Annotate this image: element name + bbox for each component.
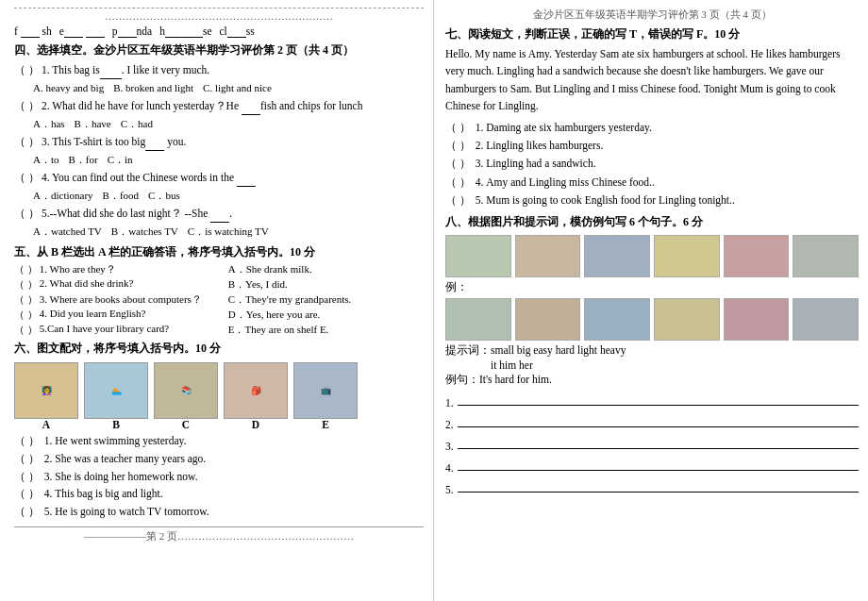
s5-q1: （ ） 1. Who are they？ A．She drank milk. (14, 262, 424, 276)
write-img-3 (584, 298, 650, 341)
blank-h: h se (159, 25, 211, 38)
write-line-5: 5. (445, 476, 859, 495)
img-label-b: B (112, 419, 120, 430)
s7-q1: （ ） 1. Daming ate six hamburgers yesterd… (445, 119, 859, 136)
write-lines: 1. 2. 3. 4. 5. (445, 389, 859, 495)
choice-b2: B．have (75, 116, 111, 133)
choice-a4: A．dictionary (33, 188, 93, 205)
page: ………………………………………………………… f sh e p nda h se… (0, 0, 868, 601)
section8-example-images (445, 235, 859, 277)
img-a: 👩‍🏫 (14, 362, 78, 419)
ex-img-2 (515, 235, 581, 277)
hint-line2: it him her (491, 359, 859, 371)
q4-3-choices: A．to B．for C．in (33, 152, 424, 169)
q4-2: （ ） 2. What did he have for lunch yester… (14, 97, 424, 115)
q4-1-choices: A. heavy and big B. broken and light C. … (33, 80, 424, 97)
right-column: 金沙片区五年级英语半期学习评价第 3 页（共 4 页） 七、阅读短文，判断正误，… (434, 0, 868, 601)
img-label-c: C (182, 419, 190, 430)
choice-b5: B．watches TV (111, 224, 178, 241)
answer-line-2[interactable] (458, 410, 859, 427)
answer-line-5[interactable] (458, 476, 859, 492)
top-dotted-line: ………………………………………………………… (14, 8, 424, 22)
img-e: 📺 (293, 362, 358, 419)
choice-b3: B．for (69, 152, 98, 169)
section5-questions: （ ） 1. Who are they？ A．She drank milk. （… (14, 262, 424, 337)
s7-q3: （ ） 3. Lingling had a sandwich. (445, 155, 859, 172)
img-col-c: 📚 C (154, 362, 218, 430)
hint-line1: 提示词：small big easy hard light heavy (445, 343, 859, 358)
img-col-e: 📺 E (293, 362, 358, 430)
img-d: 🎒 (224, 362, 288, 419)
q4-4-choices: A．dictionary B．food C．bus (33, 188, 424, 205)
img-col-a: 👩‍🏫 A (14, 362, 78, 430)
s5-q4: （ ） 4. Did you learn English? D．Yes, her… (14, 308, 424, 322)
choice-a: A. heavy and big (33, 80, 104, 97)
s7-q2: （ ） 2. Lingling likes hamburgers. (445, 137, 859, 154)
img-b: 🏊 (84, 362, 148, 419)
q4-5-choices: A．watched TV B．watches TV C．is watching … (33, 224, 424, 241)
ex-img-3 (584, 235, 650, 277)
write-img-4 (654, 298, 720, 341)
s6-q1: （ ） 1. He went swimming yesterday. (14, 433, 424, 450)
bottom-dotted-line: ——————第 2 页…………………………………………… (14, 526, 424, 543)
blank-f: f sh (14, 25, 52, 38)
s7-q5: （ ） 5. Mum is going to cook English food… (445, 192, 859, 209)
img-label-d: D (252, 419, 259, 430)
section4-questions: （ ） 1. This bag is . I like it very much… (14, 61, 424, 241)
q4-1: （ ） 1. This bag is . I like it very much… (14, 61, 424, 79)
img-col-d: 🎒 D (224, 362, 288, 430)
reading-passage: Hello. My name is Amy. Yesterday Sam ate… (445, 45, 859, 115)
img-label-a: A (42, 419, 50, 430)
q4-3: （ ） 3. This T-shirt is too big you. (14, 133, 424, 151)
s5-q5: （ ） 5.Can I have your library card? E．Th… (14, 323, 424, 337)
choice-c4: C．bus (148, 188, 180, 205)
q4-4: （ ） 4. You can find out the Chinese word… (14, 169, 424, 187)
choice-c3: C．in (108, 152, 133, 169)
ex-img-1 (445, 235, 511, 277)
choice-c2: C．had (121, 116, 153, 133)
write-img-1 (445, 298, 511, 341)
blank-p: p nda (112, 25, 152, 38)
choice-a5: A．watched TV (33, 224, 102, 241)
choice-a2: A．has (33, 116, 65, 133)
q4-5: （ ） 5.--What did she do last night？ --Sh… (14, 205, 424, 223)
fill-blank-top: f sh e p nda h se cl ss (14, 25, 424, 38)
s5-q2: （ ） 2. What did she drink? B．Yes, I did. (14, 277, 424, 292)
write-line-2: 2. (445, 410, 859, 430)
blank-cl: cl ss (220, 25, 255, 38)
ex-img-4 (654, 235, 720, 277)
answer-line-3[interactable] (458, 432, 859, 449)
write-img-6 (793, 298, 859, 341)
ex-img-6 (793, 235, 859, 277)
section4-title: 四、选择填空。金沙片区五年级英语半期学习评价第 2 页（共 4 页） (14, 42, 424, 58)
answer-line-4[interactable] (458, 454, 859, 471)
blank-e: e (59, 25, 105, 38)
s7-q4: （ ） 4. Amy and Lingling miss Chinese foo… (445, 174, 859, 191)
section6-sentence-questions: （ ） 1. He went swimming yesterday. （ ） 2… (14, 433, 424, 521)
write-line-4: 4. (445, 454, 859, 474)
write-line-3: 3. (445, 432, 859, 452)
ex-img-5 (724, 235, 790, 277)
write-img-5 (724, 298, 790, 341)
example-label: 例： (445, 281, 468, 292)
write-img-2 (515, 298, 581, 341)
q4-2-choices: A．has B．have C．had (33, 116, 424, 133)
s6-q5: （ ） 5. He is going to watch TV tomorrow. (14, 504, 424, 521)
right-header: 金沙片区五年级英语半期学习评价第 3 页（共 4 页） (445, 8, 859, 22)
choice-b4: B．food (103, 188, 140, 205)
s6-q2: （ ） 2. She was a teacher many years ago. (14, 451, 424, 468)
example-label-line: 例： (445, 280, 859, 294)
section5-title: 五、从 B 栏选出 A 栏的正确答语，将序号填入括号内。10 分 (14, 244, 424, 260)
answer-line-1[interactable] (458, 389, 859, 406)
choice-c: C. light and nice (203, 80, 272, 97)
choice-b: B. broken and light (113, 80, 193, 97)
img-c: 📚 (154, 362, 218, 419)
choice-c5: C．is watching TV (188, 224, 269, 241)
section8-title: 八、根据图片和提示词，模仿例句写 6 个句子。6 分 (445, 214, 859, 230)
section6-images: 👩‍🏫 A 🏊 B 📚 C 🎒 D 📺 E (14, 362, 424, 430)
section8-write-images (445, 298, 859, 341)
sample-sentence: 例句：It's hard for him. (445, 373, 859, 387)
write-line-1: 1. (445, 389, 859, 409)
section6-title: 六、图文配对，将序号填入括号内。10 分 (14, 341, 424, 357)
s6-q3: （ ） 3. She is doing her homework now. (14, 469, 424, 486)
